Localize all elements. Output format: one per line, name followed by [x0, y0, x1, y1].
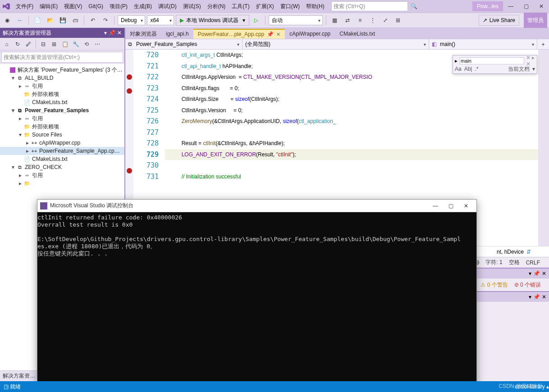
console-maximize-icon[interactable]: ▢	[443, 200, 458, 212]
errlist-drop-icon[interactable]: ▾	[529, 270, 531, 277]
home-icon[interactable]: ⌂	[2, 39, 12, 49]
main-toolbar: ◉ ↔ 📄 📂 💾 🗃 ↶ ↷ Debug x64 ▶本地 Windows 调试…	[0, 13, 549, 28]
open-icon[interactable]: 📂	[45, 15, 55, 26]
tb-misc2-icon[interactable]: ⇄	[342, 15, 353, 26]
watermark: CSDN @雪域迷影	[499, 383, 543, 390]
tb-i6-icon[interactable]: 🔧	[71, 39, 81, 49]
tb-i5-icon[interactable]: 📋	[60, 39, 70, 49]
tb-misc3-icon[interactable]: ≡	[355, 15, 366, 26]
errlist-pin-icon[interactable]: 📌	[533, 270, 540, 277]
editor-tab[interactable]: igcl_api.h	[161, 29, 193, 39]
tb-i3-icon[interactable]: ⊟	[38, 39, 48, 49]
auto-dropdown[interactable]: 自动	[269, 15, 323, 25]
tb-misc1-icon[interactable]: ▦	[329, 15, 340, 26]
tree-node[interactable]: ▸📁	[0, 179, 124, 187]
nav-add-icon[interactable]: ＋	[537, 39, 549, 49]
tree-node[interactable]: ▸++cApiWrapper.cpp	[0, 139, 124, 147]
menu-item[interactable]: Git(G)	[85, 0, 106, 13]
tab-close-icon[interactable]: ✕	[276, 32, 280, 37]
editor-tab[interactable]: cApiWrapper.cpp	[285, 29, 335, 39]
new-project-icon[interactable]: 📄	[32, 15, 43, 26]
search-box[interactable]: 搜索 (Ctrl+Q)	[331, 1, 408, 11]
menu-item[interactable]: 视图(V)	[61, 0, 85, 13]
menu-item[interactable]: 文件(F)	[13, 0, 37, 13]
maximize-icon[interactable]: ▢	[518, 0, 534, 13]
find-input[interactable]	[459, 57, 524, 64]
find-expand-icon[interactable]: ▸	[455, 58, 458, 64]
tree-node[interactable]: ▾⧉ALL_BUILD	[0, 74, 124, 82]
warnings-count[interactable]: ⚠ 0 个警告	[480, 281, 508, 289]
tb-i7-icon[interactable]: ⟲	[82, 39, 92, 49]
menu-item[interactable]: 扩展(X)	[253, 0, 277, 13]
status-ready: ◳ 就绪	[4, 383, 21, 391]
tree-node[interactable]: ▾⧉ZERO_CHECK	[0, 163, 124, 171]
close-icon[interactable]: ✕	[534, 0, 549, 13]
console-close-icon[interactable]: ✕	[458, 200, 474, 212]
menu-item[interactable]: 编辑(E)	[37, 0, 61, 13]
start-debug-button[interactable]: ▶本地 Windows 调试器▾	[176, 15, 249, 26]
menu-item[interactable]: 分析(N)	[204, 0, 229, 13]
tb-i2-icon[interactable]: 🖉	[23, 39, 33, 49]
menu-item[interactable]: 测试(S)	[180, 0, 204, 13]
tree-node[interactable]: 🟪解决方案 'Power_Feature_Samples' (3 个…	[0, 66, 124, 74]
save-all-icon[interactable]: 🗃	[70, 15, 81, 26]
undo-icon[interactable]: ↶	[87, 15, 98, 26]
menu-item[interactable]: 调试(D)	[155, 0, 180, 13]
minimize-icon[interactable]: ―	[503, 0, 518, 13]
tree-node[interactable]: 📁外部依赖项	[0, 90, 124, 98]
nav-member-dropdown[interactable]: ◧main()	[429, 39, 537, 49]
menu-item[interactable]: 生成(B)	[131, 0, 155, 13]
editor-tab[interactable]: 对象浏览器	[125, 29, 161, 39]
nav-project-dropdown[interactable]: ⧉Power_Feature_Samples	[125, 39, 242, 49]
save-icon[interactable]: 💾	[57, 15, 68, 26]
liveshare-button[interactable]: ↗Live Share	[479, 15, 519, 26]
tree-node[interactable]: 📄CMakeLists.txt	[0, 98, 124, 106]
start-noattach-icon[interactable]: ▷	[251, 15, 262, 26]
solution-name-badge[interactable]: Pow...les	[472, 1, 503, 11]
nav-back-icon[interactable]: ◉	[2, 15, 13, 26]
admin-badge: 管理员	[524, 13, 547, 28]
tab-pin-icon[interactable]: 📌	[267, 31, 274, 37]
platform-dropdown[interactable]: x64	[147, 15, 174, 25]
tb-i1-icon[interactable]: ↻	[13, 39, 23, 49]
redo-icon[interactable]: ↷	[100, 15, 111, 26]
tree-node[interactable]: ▾📁Source Files	[0, 131, 124, 139]
tree-node[interactable]: ▸▫▫引用	[0, 171, 124, 179]
errors-count[interactable]: ⊘ 0 个错误	[514, 281, 541, 289]
menu-item[interactable]: 项目(P)	[106, 0, 131, 13]
tb-misc6-icon[interactable]: ⊞	[393, 15, 403, 26]
tree-node[interactable]: ▸▫▫引用	[0, 114, 124, 123]
tree-node[interactable]: ▸++PowerFeature_Sample_App.cp…	[0, 147, 124, 155]
out-pin-icon[interactable]: 📌	[533, 294, 540, 300]
nav-fwd-icon[interactable]: ↔	[14, 15, 25, 26]
find-popup[interactable]: ▸ ✕ ▸ ✕ AaAb|.* 当前文档▾	[453, 55, 537, 74]
menu-item[interactable]: 窗口(W)	[277, 0, 303, 13]
tree-node[interactable]: ▾⧉Power_Feature_Samples	[0, 106, 124, 114]
out-drop-icon[interactable]: ▾	[529, 294, 531, 300]
editor-tab[interactable]: CMakeLists.txt	[335, 29, 380, 39]
console-minimize-icon[interactable]: ―	[428, 200, 443, 212]
pane-dropdown-icon[interactable]: ▾	[104, 30, 107, 36]
scroll-minimap[interactable]	[538, 50, 549, 246]
config-dropdown[interactable]: Debug	[118, 15, 145, 25]
tb-i4-icon[interactable]: ⊞	[49, 39, 59, 49]
menu-item[interactable]: 帮助(H)	[303, 0, 328, 13]
out-close-icon[interactable]: ✕	[542, 294, 546, 300]
menu-item[interactable]: 工具(T)	[229, 0, 252, 13]
nav-scope-dropdown[interactable]: (全局范围)	[242, 39, 429, 49]
tb-misc4-icon[interactable]: ⋮	[367, 15, 378, 26]
debug-console-window[interactable]: Microsoft Visual Studio 调试控制台 ― ▢ ✕ ctlI…	[37, 199, 477, 384]
tb-misc5-icon[interactable]: ⤢	[380, 15, 391, 26]
search-icon[interactable]: 🔍	[410, 2, 419, 11]
editor-tab[interactable]: PowerFeatur…ple_App.cpp📌✕	[193, 29, 285, 39]
solution-search[interactable]: 搜索解决方案资源管理器(Ctrl+;)	[1, 52, 123, 63]
titlebar: 文件(F)编辑(E)视图(V)Git(G)项目(P)生成(B)调试(D)测试(S…	[0, 0, 549, 13]
pane-close-icon[interactable]: ✕	[117, 30, 122, 36]
tb-i8-icon[interactable]: ⋯	[92, 39, 102, 49]
console-titlebar[interactable]: Microsoft Visual Studio 调试控制台 ― ▢ ✕	[37, 200, 476, 212]
tree-node[interactable]: ▸▫▫引用	[0, 82, 124, 90]
tree-node[interactable]: 📄CMakeLists.txt	[0, 155, 124, 163]
errlist-close-icon[interactable]: ✕	[542, 270, 546, 277]
pin-icon[interactable]: 📌	[109, 30, 115, 36]
tree-node[interactable]: 📁外部依赖项	[0, 123, 124, 131]
